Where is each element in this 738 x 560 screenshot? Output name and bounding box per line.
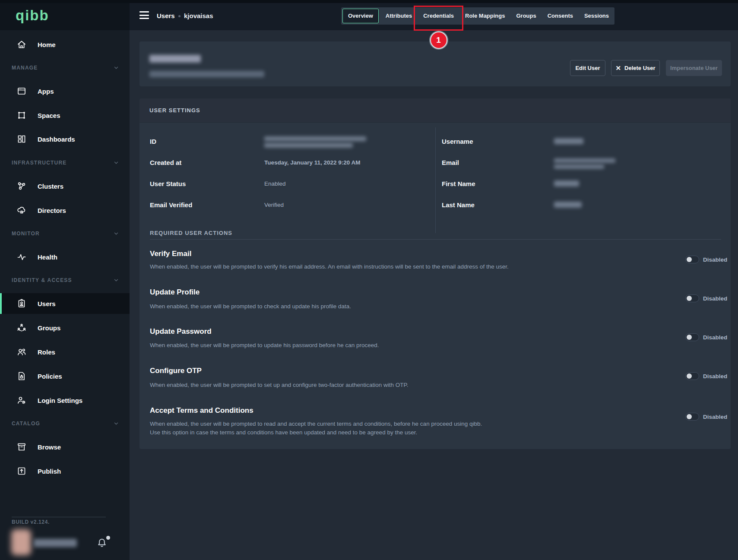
hamburger-menu-icon[interactable] — [139, 11, 149, 19]
toggle-switch-icon[interactable] — [685, 294, 699, 302]
sidebar-section-infrastructure[interactable]: INFRASTRUCTURE — [12, 158, 119, 167]
toggle-switch-icon[interactable] — [685, 256, 699, 263]
sidebar-item-clusters[interactable]: Clusters — [0, 176, 130, 196]
tab-attributes[interactable]: Attributes — [380, 7, 418, 25]
field-value-email-redacted — [554, 165, 604, 169]
user-subtitle-redacted — [149, 71, 264, 77]
sidebar-section-catalog[interactable]: CATALOG — [12, 419, 119, 428]
sidebar-item-health[interactable]: Health — [0, 247, 130, 267]
toggle-verify-email[interactable]: Disabled — [685, 256, 727, 263]
upload-box-icon — [16, 466, 27, 476]
sidebar-item-label: Login Settings — [38, 397, 82, 404]
sidebar-section-manage[interactable]: MANAGE — [12, 63, 119, 72]
delete-user-label: Delete User — [624, 65, 656, 71]
chevron-down-icon — [113, 65, 119, 71]
tab-overview[interactable]: Overview — [342, 9, 379, 23]
sidebar-item-users[interactable]: Users — [0, 293, 130, 314]
field-value-email-verified: Verified — [264, 202, 284, 208]
toggle-switch-icon[interactable] — [685, 372, 699, 380]
chevron-down-icon — [113, 277, 119, 283]
sidebar-item-login-settings[interactable]: Login Settings — [0, 390, 130, 411]
sidebar-section-identity-access[interactable]: IDENTITY & ACCESS — [12, 276, 119, 285]
tab-credentials[interactable]: Credentials 1 — [418, 7, 459, 25]
sidebar-item-label: Policies — [38, 373, 62, 380]
field-label-last-name: Last Name — [442, 201, 475, 209]
tab-consents[interactable]: Consents — [542, 7, 579, 25]
toggle-update-profile[interactable]: Disabled — [685, 294, 727, 302]
sidebar-section-monitor[interactable]: MONITOR — [12, 229, 119, 238]
field-value-id-redacted — [264, 136, 366, 141]
action-desc-configure-otp: When enabled, the user will be prompted … — [150, 382, 409, 388]
current-user-name-redacted — [34, 539, 77, 547]
sidebar-item-label: Health — [38, 253, 57, 261]
delete-user-button[interactable]: ✕Delete User — [611, 60, 660, 76]
impersonate-user-button[interactable]: Impersonate User — [666, 60, 722, 76]
chevron-down-icon — [113, 421, 119, 427]
toggle-switch-icon[interactable] — [685, 413, 699, 421]
sidebar-item-roles[interactable]: Roles — [0, 342, 130, 362]
field-label-email: Email — [442, 159, 459, 166]
user-gear-icon — [16, 395, 27, 405]
user-settings-card: USER SETTINGS ID Created at Tuesday, Jan… — [139, 98, 731, 449]
action-desc-accept-terms: When enabled, the user will be prompted … — [150, 421, 482, 427]
sidebar-item-dashboards[interactable]: Dashboards — [0, 129, 130, 149]
spaces-frame-icon — [16, 110, 27, 120]
field-value-created-at: Tuesday, January 11, 2022 9:20 AM — [264, 159, 361, 166]
sidebar-item-label: Users — [38, 300, 56, 307]
column-divider — [435, 127, 436, 233]
sidebar-item-directors[interactable]: Directors — [0, 200, 130, 221]
chevron-down-icon — [113, 160, 119, 166]
sidebar-item-label: Roles — [38, 348, 55, 356]
field-value-first-name-redacted — [554, 180, 579, 187]
tab-role-mappings[interactable]: Role Mappings — [459, 7, 510, 25]
sidebar-item-label: Home — [38, 41, 56, 48]
field-value-user-status: Enabled — [264, 180, 286, 187]
action-desc-verify-email: When enabled, the user will be prompted … — [150, 263, 509, 270]
breadcrumb-separator-dot — [178, 15, 181, 17]
field-label-created-at: Created at — [150, 159, 181, 166]
toggle-switch-icon[interactable] — [685, 333, 699, 341]
clusters-nodes-icon — [16, 181, 27, 191]
sidebar-item-label: Directors — [38, 207, 66, 214]
action-desc-accept-terms-2: Use this option in case the terms and co… — [150, 429, 417, 436]
sidebar-item-label: Publish — [38, 468, 61, 475]
sidebar-item-groups[interactable]: Groups — [0, 317, 130, 338]
toggle-update-password[interactable]: Disabled — [685, 333, 727, 341]
sidebar: qibb Home MANAGE Apps Spaces Dashboards … — [0, 0, 130, 560]
field-label-username: Username — [442, 138, 473, 145]
home-icon — [16, 39, 27, 50]
sidebar-item-apps[interactable]: Apps — [0, 81, 130, 101]
edit-user-button[interactable]: Edit User — [570, 60, 605, 76]
toggle-state-label: Disabled — [703, 256, 727, 263]
sidebar-item-label: Spaces — [38, 112, 60, 119]
action-title-configure-otp: Configure OTP — [150, 367, 202, 375]
field-value-id-redacted — [264, 143, 353, 148]
action-desc-update-password: When enabled, the user will be prompted … — [150, 342, 379, 348]
action-title-accept-terms: Accept Terms and Conditions — [150, 406, 253, 415]
tab-groups[interactable]: Groups — [510, 7, 542, 25]
avatar[interactable] — [11, 529, 31, 555]
sidebar-item-publish[interactable]: Publish — [0, 461, 130, 481]
notification-dot — [106, 536, 110, 540]
sidebar-item-spaces[interactable]: Spaces — [0, 105, 130, 126]
tab-sessions[interactable]: Sessions — [579, 7, 614, 25]
user-settings-title: USER SETTINGS — [149, 107, 200, 114]
required-actions-divider — [150, 239, 721, 240]
sidebar-item-home[interactable]: Home — [0, 34, 130, 55]
annotation-step-marker: 1 — [430, 32, 447, 49]
sidebar-item-browse[interactable]: Browse — [0, 437, 130, 457]
toggle-accept-terms[interactable]: Disabled — [685, 413, 727, 421]
people-group-icon — [16, 323, 27, 333]
dashboards-grid-icon — [16, 134, 27, 144]
window-top-edge — [0, 0, 738, 3]
cloud-gear-icon — [16, 205, 27, 215]
logo-area: qibb — [0, 0, 130, 30]
toggle-configure-otp[interactable]: Disabled — [685, 372, 727, 380]
top-bar: Users kjovaisas Overview Attributes Cred… — [130, 0, 738, 30]
toggle-state-label: Disabled — [703, 334, 727, 341]
sidebar-item-policies[interactable]: Policies — [0, 366, 130, 386]
field-value-last-name-redacted — [554, 202, 582, 208]
x-icon: ✕ — [615, 65, 621, 71]
toggle-state-label: Disabled — [703, 373, 727, 380]
breadcrumb-users[interactable]: Users — [157, 12, 175, 19]
